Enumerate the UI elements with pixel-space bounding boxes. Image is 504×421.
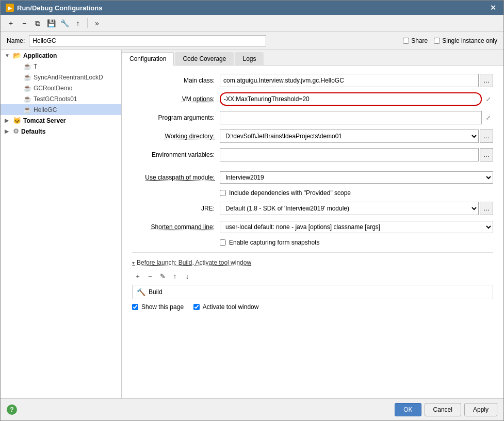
share-checkbox-label[interactable]: Share	[403, 37, 428, 44]
show-page-label: Show this page	[141, 303, 184, 311]
sidebar-item-testgcroots01[interactable]: ☕ TestGCRoots01	[1, 93, 121, 104]
working-dir-row: Working directory: D:\devSoft\JetBrains\…	[132, 129, 493, 143]
include-deps-row: Include dependencies with "Provided" sco…	[132, 189, 493, 197]
settings-button[interactable]: 🔧	[58, 17, 71, 29]
save-config-button[interactable]: 💾	[45, 17, 57, 29]
main-toolbar: + − ⧉ 💾 🔧 ↑ »	[1, 15, 503, 32]
config-panel: Main class: … VM options: ⤢ Pr	[122, 66, 503, 398]
separator	[132, 252, 493, 253]
classpath-label: Use classpath of module:	[132, 174, 220, 181]
main-class-row: Main class: …	[132, 74, 493, 87]
sidebar-item-hellogc-label: HelloGC	[34, 106, 57, 114]
defaults-icon: ⚙	[13, 127, 19, 135]
run-debug-dialog: ▶ Run/Debug Configurations ✕ + − ⧉ 💾 🔧 ↑…	[0, 0, 504, 421]
move-up-button[interactable]: ↑	[72, 17, 84, 29]
activate-tool-checkbox-label[interactable]: Activate tool window	[193, 303, 259, 311]
more-button[interactable]: »	[91, 17, 103, 29]
before-launch-header: ▾ Before launch: Build, Activate tool wi…	[132, 259, 493, 266]
build-item-label: Build	[149, 288, 162, 296]
expand-arrow-tomcat: ▶	[5, 118, 11, 123]
share-checkbox[interactable]	[403, 38, 409, 44]
sidebar-item-application-label: Application	[23, 52, 57, 59]
bl-up-button[interactable]: ↑	[169, 270, 181, 282]
bl-edit-button[interactable]: ✎	[157, 270, 168, 282]
enable-snapshots-checkbox-label[interactable]: Enable capturing form snapshots	[220, 239, 319, 246]
tab-logs[interactable]: Logs	[235, 52, 264, 65]
program-args-input-group: ⤢	[220, 111, 493, 124]
sidebar-item-defaults-label: Defaults	[21, 128, 45, 135]
cancel-button[interactable]: Cancel	[425, 403, 461, 416]
help-button[interactable]: ?	[7, 404, 17, 415]
toolbar-separator	[87, 18, 88, 28]
tab-code-coverage[interactable]: Code Coverage	[175, 52, 234, 65]
single-instance-checkbox-label[interactable]: Single instance only	[434, 37, 497, 44]
working-dir-select[interactable]: D:\devSoft\JetBrains\IdeaProjects\demo01	[220, 129, 479, 143]
sidebar-item-application[interactable]: ▼ 📂 Application	[1, 50, 121, 61]
build-list: 🔨 Build	[132, 285, 493, 299]
main-class-input[interactable]	[220, 74, 479, 87]
bottom-left: ?	[7, 404, 17, 415]
shorten-cmd-select[interactable]: user-local default: none - java [options…	[220, 221, 493, 233]
sidebar-item-tomcat-label: Tomcat Server	[23, 117, 66, 124]
sidebar-item-gcrootdemo[interactable]: ☕ GCRootDemo	[1, 83, 121, 93]
vm-options-input[interactable]	[220, 92, 482, 106]
jre-row: JRE: Default (1.8 - SDK of 'Interview201…	[132, 202, 493, 215]
main-area: ▼ 📂 Application ☕ T ☕ SyncAndReentrantLo…	[1, 50, 503, 398]
main-class-browse-button[interactable]: …	[480, 74, 493, 87]
apply-button[interactable]: Apply	[464, 403, 497, 416]
title-bar: ▶ Run/Debug Configurations ✕	[1, 1, 503, 15]
before-launch-toolbar: + − ✎ ↑ ↓	[132, 270, 493, 282]
close-button[interactable]: ✕	[488, 4, 498, 12]
share-label: Share	[411, 37, 428, 44]
dialog-title: Run/Debug Configurations	[17, 4, 102, 12]
working-dir-browse-button[interactable]: …	[480, 129, 493, 143]
title-icon: ▶	[6, 4, 14, 12]
activate-tool-checkbox[interactable]	[193, 304, 200, 310]
spacer	[132, 167, 493, 171]
show-page-checkbox[interactable]	[132, 304, 138, 310]
remove-config-button[interactable]: −	[18, 17, 30, 29]
env-vars-browse-button[interactable]: …	[480, 148, 493, 161]
program-args-input[interactable]	[220, 111, 482, 124]
name-bar: Name: Share Single instance only	[1, 32, 503, 50]
env-vars-input-group: …	[220, 148, 493, 161]
copy-config-button[interactable]: ⧉	[31, 17, 44, 29]
program-args-expand-button[interactable]: ⤢	[483, 111, 493, 124]
testgcroots-icon: ☕	[23, 95, 31, 103]
jre-select[interactable]: Default (1.8 - SDK of 'Interview2019' mo…	[220, 202, 479, 215]
single-instance-checkbox[interactable]	[434, 38, 440, 44]
sidebar: ▼ 📂 Application ☕ T ☕ SyncAndReentrantLo…	[1, 50, 122, 398]
classpath-row: Use classpath of module: Interview2019	[132, 171, 493, 184]
bottom-right: OK Cancel Apply	[395, 403, 497, 416]
vm-options-expand-button[interactable]: ⤢	[483, 92, 493, 106]
program-args-label: Program arguments:	[132, 114, 220, 121]
gcroot-icon: ☕	[23, 84, 31, 92]
env-vars-input[interactable]	[220, 148, 479, 161]
bl-add-button[interactable]: +	[132, 270, 143, 282]
ok-button[interactable]: OK	[395, 403, 421, 416]
show-page-row: Show this page Activate tool window	[132, 303, 493, 311]
include-deps-checkbox[interactable]	[220, 190, 226, 196]
sidebar-item-defaults[interactable]: ▶ ⚙ Defaults	[1, 126, 121, 137]
enable-snapshots-checkbox[interactable]	[220, 239, 226, 246]
name-input[interactable]	[29, 35, 266, 46]
shorten-cmd-row: Shorten command line: user-local default…	[132, 220, 493, 234]
classpath-select[interactable]: Interview2019	[220, 171, 493, 184]
sidebar-item-syncandreentrant[interactable]: ☕ SyncAndReentrantLockD	[1, 72, 121, 83]
sidebar-item-hellogc[interactable]: ☕ HelloGC	[1, 104, 121, 115]
include-deps-label: Include dependencies with "Provided" sco…	[229, 189, 351, 197]
jre-browse-button[interactable]: …	[480, 202, 493, 215]
application-icon: 📂	[13, 52, 21, 59]
add-config-button[interactable]: +	[5, 17, 17, 29]
bl-remove-button[interactable]: −	[144, 270, 156, 282]
bottom-bar: ? OK Cancel Apply	[1, 398, 503, 420]
sidebar-item-t[interactable]: ☕ T	[1, 61, 121, 72]
main-class-input-group: …	[220, 74, 493, 87]
tab-configuration[interactable]: Configuration	[122, 52, 174, 66]
sidebar-item-tomcat[interactable]: ▶ 🐱 Tomcat Server	[1, 115, 121, 126]
before-launch-triangle: ▾	[132, 260, 135, 266]
tomcat-icon: 🐱	[13, 117, 21, 124]
bl-down-button[interactable]: ↓	[182, 270, 193, 282]
include-deps-checkbox-label[interactable]: Include dependencies with "Provided" sco…	[220, 189, 351, 197]
show-page-checkbox-label[interactable]: Show this page	[132, 303, 184, 311]
